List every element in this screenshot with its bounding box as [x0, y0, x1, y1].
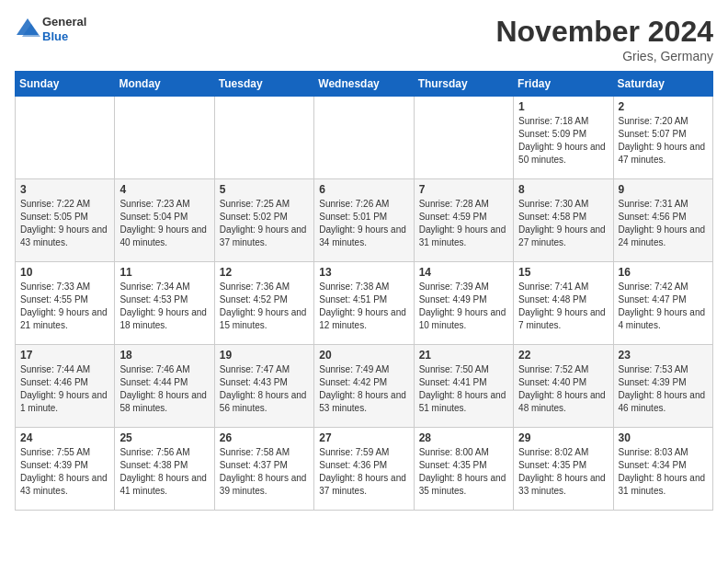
calendar-week-4: 17Sunrise: 7:44 AM Sunset: 4:46 PM Dayli… — [16, 345, 713, 428]
calendar-cell: 27Sunrise: 7:59 AM Sunset: 4:36 PM Dayli… — [314, 428, 414, 511]
day-number: 22 — [518, 349, 608, 362]
calendar-cell: 22Sunrise: 7:52 AM Sunset: 4:40 PM Dayli… — [514, 345, 613, 428]
day-info: Sunrise: 7:59 AM Sunset: 4:36 PM Dayligh… — [319, 446, 408, 498]
calendar-cell: 10Sunrise: 7:33 AM Sunset: 4:55 PM Dayli… — [16, 262, 115, 345]
calendar-cell: 21Sunrise: 7:50 AM Sunset: 4:41 PM Dayli… — [414, 345, 513, 428]
calendar-cell: 18Sunrise: 7:46 AM Sunset: 4:44 PM Dayli… — [115, 345, 214, 428]
logo: General Blue — [15, 15, 86, 43]
day-number: 25 — [119, 431, 209, 444]
day-number: 23 — [619, 349, 708, 362]
day-number: 13 — [319, 266, 408, 279]
calendar-cell: 29Sunrise: 8:02 AM Sunset: 4:35 PM Dayli… — [514, 428, 613, 511]
day-number: 30 — [619, 431, 708, 444]
day-number: 27 — [319, 431, 408, 444]
logo-icon — [15, 17, 40, 42]
day-info: Sunrise: 7:47 AM Sunset: 4:43 PM Dayligh… — [220, 363, 309, 415]
day-info: Sunrise: 7:23 AM Sunset: 5:04 PM Dayligh… — [119, 198, 209, 249]
day-number: 26 — [220, 431, 309, 444]
day-number: 3 — [20, 183, 109, 196]
calendar-cell: 12Sunrise: 7:36 AM Sunset: 4:52 PM Dayli… — [214, 262, 313, 345]
day-info: Sunrise: 7:22 AM Sunset: 5:05 PM Dayligh… — [20, 198, 109, 249]
day-number: 10 — [20, 266, 109, 279]
day-info: Sunrise: 7:36 AM Sunset: 4:52 PM Dayligh… — [220, 281, 309, 332]
calendar-cell: 4Sunrise: 7:23 AM Sunset: 5:04 PM Daylig… — [115, 179, 214, 262]
calendar-cell: 13Sunrise: 7:38 AM Sunset: 4:51 PM Dayli… — [314, 262, 414, 345]
calendar-cell: 25Sunrise: 7:56 AM Sunset: 4:38 PM Dayli… — [115, 428, 214, 511]
day-info: Sunrise: 7:31 AM Sunset: 4:56 PM Dayligh… — [619, 198, 708, 249]
day-number: 16 — [619, 266, 708, 279]
day-number: 11 — [119, 266, 209, 279]
calendar-cell: 19Sunrise: 7:47 AM Sunset: 4:43 PM Dayli… — [214, 345, 313, 428]
day-info: Sunrise: 7:39 AM Sunset: 4:49 PM Dayligh… — [419, 281, 508, 332]
day-number: 12 — [220, 266, 309, 279]
day-info: Sunrise: 7:55 AM Sunset: 4:39 PM Dayligh… — [20, 446, 109, 498]
day-number: 21 — [419, 349, 508, 362]
day-info: Sunrise: 7:38 AM Sunset: 4:51 PM Dayligh… — [319, 281, 408, 332]
calendar-header-row: SundayMondayTuesdayWednesdayThursdayFrid… — [16, 72, 713, 97]
calendar-cell: 30Sunrise: 8:03 AM Sunset: 4:34 PM Dayli… — [613, 428, 712, 511]
calendar-cell: 8Sunrise: 7:30 AM Sunset: 4:58 PM Daylig… — [514, 179, 613, 262]
day-info: Sunrise: 7:30 AM Sunset: 4:58 PM Dayligh… — [518, 198, 608, 249]
weekday-header-sunday: Sunday — [16, 72, 115, 97]
calendar-week-3: 10Sunrise: 7:33 AM Sunset: 4:55 PM Dayli… — [16, 262, 713, 345]
calendar-cell: 1Sunrise: 7:18 AM Sunset: 5:09 PM Daylig… — [514, 97, 613, 179]
day-number: 5 — [220, 183, 309, 196]
calendar-cell — [314, 97, 414, 179]
day-number: 8 — [518, 183, 608, 196]
day-number: 28 — [419, 431, 508, 444]
day-number: 9 — [619, 183, 708, 196]
calendar-cell: 11Sunrise: 7:34 AM Sunset: 4:53 PM Dayli… — [115, 262, 214, 345]
title-block: November 2024 Gries, Germany — [495, 15, 713, 63]
day-info: Sunrise: 7:53 AM Sunset: 4:39 PM Dayligh… — [619, 363, 708, 415]
day-number: 20 — [319, 349, 408, 362]
calendar-cell: 28Sunrise: 8:00 AM Sunset: 4:35 PM Dayli… — [414, 428, 513, 511]
day-info: Sunrise: 7:33 AM Sunset: 4:55 PM Dayligh… — [20, 281, 109, 332]
calendar-cell: 23Sunrise: 7:53 AM Sunset: 4:39 PM Dayli… — [613, 345, 712, 428]
calendar-cell: 2Sunrise: 7:20 AM Sunset: 5:07 PM Daylig… — [613, 97, 712, 179]
day-info: Sunrise: 8:00 AM Sunset: 4:35 PM Dayligh… — [419, 446, 508, 498]
weekday-header-friday: Friday — [514, 72, 613, 97]
calendar-cell — [115, 97, 214, 179]
day-info: Sunrise: 7:42 AM Sunset: 4:47 PM Dayligh… — [619, 281, 708, 332]
day-number: 14 — [419, 266, 508, 279]
day-info: Sunrise: 7:41 AM Sunset: 4:48 PM Dayligh… — [518, 281, 608, 332]
weekday-header-thursday: Thursday — [414, 72, 513, 97]
calendar-cell: 26Sunrise: 7:58 AM Sunset: 4:37 PM Dayli… — [214, 428, 313, 511]
calendar-cell: 15Sunrise: 7:41 AM Sunset: 4:48 PM Dayli… — [514, 262, 613, 345]
day-info: Sunrise: 7:34 AM Sunset: 4:53 PM Dayligh… — [119, 281, 209, 332]
day-info: Sunrise: 7:18 AM Sunset: 5:09 PM Dayligh… — [518, 115, 608, 167]
day-info: Sunrise: 8:03 AM Sunset: 4:34 PM Dayligh… — [619, 446, 708, 498]
page-container: General Blue November 2024 Gries, German… — [0, 0, 728, 518]
calendar-cell: 17Sunrise: 7:44 AM Sunset: 4:46 PM Dayli… — [16, 345, 115, 428]
weekday-header-tuesday: Tuesday — [214, 72, 313, 97]
calendar-cell: 7Sunrise: 7:28 AM Sunset: 4:59 PM Daylig… — [414, 179, 513, 262]
day-number: 19 — [220, 349, 309, 362]
weekday-header-saturday: Saturday — [613, 72, 712, 97]
page-header: General Blue November 2024 Gries, German… — [15, 15, 713, 63]
calendar-cell: 6Sunrise: 7:26 AM Sunset: 5:01 PM Daylig… — [314, 179, 414, 262]
day-info: Sunrise: 7:56 AM Sunset: 4:38 PM Dayligh… — [119, 446, 209, 498]
calendar-cell: 3Sunrise: 7:22 AM Sunset: 5:05 PM Daylig… — [16, 179, 115, 262]
calendar-cell — [414, 97, 513, 179]
calendar-cell — [16, 97, 115, 179]
location: Gries, Germany — [495, 49, 713, 63]
day-number: 4 — [119, 183, 209, 196]
calendar-table: SundayMondayTuesdayWednesdayThursdayFrid… — [15, 71, 713, 511]
day-info: Sunrise: 7:49 AM Sunset: 4:42 PM Dayligh… — [319, 363, 408, 415]
day-number: 17 — [20, 349, 109, 362]
logo-blue: Blue — [42, 29, 68, 43]
day-info: Sunrise: 7:25 AM Sunset: 5:02 PM Dayligh… — [220, 198, 309, 249]
day-info: Sunrise: 7:44 AM Sunset: 4:46 PM Dayligh… — [20, 363, 109, 415]
day-number: 15 — [518, 266, 608, 279]
calendar-week-5: 24Sunrise: 7:55 AM Sunset: 4:39 PM Dayli… — [16, 428, 713, 511]
logo-general: General — [42, 15, 86, 29]
calendar-cell: 5Sunrise: 7:25 AM Sunset: 5:02 PM Daylig… — [214, 179, 313, 262]
day-number: 24 — [20, 431, 109, 444]
calendar-cell: 16Sunrise: 7:42 AM Sunset: 4:47 PM Dayli… — [613, 262, 712, 345]
day-info: Sunrise: 8:02 AM Sunset: 4:35 PM Dayligh… — [518, 446, 608, 498]
month-title: November 2024 — [495, 15, 713, 49]
day-info: Sunrise: 7:50 AM Sunset: 4:41 PM Dayligh… — [419, 363, 508, 415]
calendar-cell: 20Sunrise: 7:49 AM Sunset: 4:42 PM Dayli… — [314, 345, 414, 428]
calendar-week-2: 3Sunrise: 7:22 AM Sunset: 5:05 PM Daylig… — [16, 179, 713, 262]
day-number: 7 — [419, 183, 508, 196]
